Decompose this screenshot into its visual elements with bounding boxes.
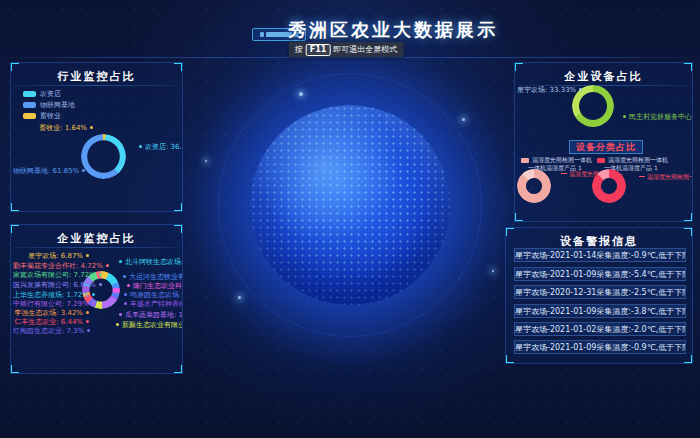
toast-prefix: 按	[295, 44, 303, 55]
panel-device-alerts: 设备警报信息 星宇农场-2021-01-14采集温度:-0.9℃,低于下限:0℃…	[505, 227, 693, 364]
legend-swatch	[23, 113, 36, 119]
f11-key-badge: F11	[306, 44, 331, 56]
device-donut-chart[interactable]	[572, 85, 614, 127]
panel-enterprise-device: 企业设备占比 星宇农场: 33.33% 民主村党群服务中心: 设备分类占比 温湿…	[514, 62, 693, 222]
donut-callout: 物联网基地: 61.85%	[13, 167, 83, 175]
corner-bracket	[10, 365, 19, 374]
alert-row: 星宇农场-2020-12-31采集温度:-2.5℃,低于下限:0℃	[514, 285, 686, 299]
corner-bracket	[505, 355, 514, 364]
legend-swatch	[23, 91, 36, 97]
corner-bracket	[684, 213, 693, 222]
legend-swatch	[23, 102, 36, 108]
sparkle-dot	[205, 160, 207, 162]
donut-callout: 仁丰生态农业: 6.44%	[13, 318, 89, 326]
legend-item[interactable]: 畜牧业	[23, 111, 61, 121]
alert-row: 星宇农场-2021-01-09采集温度:-5.4℃,低于下限:0℃	[514, 267, 686, 281]
alert-row: 星宇农场-2021-01-09采集温度:-3.8℃,低于下限:0℃	[514, 304, 686, 318]
category-left-donut-chart[interactable]	[517, 169, 551, 203]
corner-bracket	[10, 203, 19, 212]
donut-callout: 勤丰菊花专业合作社: 4.72%	[13, 262, 89, 270]
donut-callout: 瓜果蔬菜园基地: 15.02%	[119, 311, 183, 319]
sparkle-dot	[462, 118, 465, 121]
legend-item[interactable]: 物联网基地	[23, 100, 75, 110]
donut-callout: 中粮行有限公司: 7.29%	[13, 300, 89, 308]
logo-glyph	[260, 32, 264, 37]
panel-enterprise-monitor: 企业监控占比 星宇农场: 6.87% 勤丰菊花专业合作社: 4.72% 家庭农场…	[10, 224, 183, 374]
toast-suffix: 即可退出全屏模式	[333, 44, 397, 55]
donut-callout: 家庭农场有限公司: 7.72%	[13, 271, 89, 279]
donut-callout: 丰盛水产特种养殖场: 1.	[124, 300, 183, 308]
title-underline	[15, 85, 178, 86]
title-underline	[15, 247, 178, 248]
corner-bracket	[514, 213, 523, 222]
panel-title: 企业监控占比	[11, 231, 182, 246]
legend-item[interactable]: 农资店	[23, 89, 61, 99]
legend-swatch	[521, 158, 529, 163]
sparkle-dot	[299, 92, 303, 96]
donut-callout: 畜牧业: 1.64%	[19, 124, 93, 132]
panel-title: 企业设备占比	[515, 69, 692, 84]
donut-callout: 星宇农场: 33.33%	[517, 86, 567, 94]
donut-callout: 民主村党群服务中心:	[623, 113, 693, 121]
page-title: 秀洲区农业大数据展示	[288, 18, 498, 42]
device-category-subtitle: 设备分类占比	[569, 140, 643, 154]
corner-bracket	[174, 365, 183, 374]
legend-label: 物联网基地	[40, 100, 75, 110]
sparkle-dot	[238, 296, 241, 299]
donut-callout: 隆门生态农业科技有限公	[127, 282, 183, 290]
donut-callout: 温湿度光照检测一—	[639, 173, 693, 182]
industry-donut-chart[interactable]	[81, 134, 126, 179]
legend-label: 畜牧业	[40, 111, 61, 121]
donut-callout: 鸣雁园生态农场: 4.29	[124, 291, 183, 299]
sparkle-dot	[492, 270, 494, 272]
donut-callout: 红梅园生态农业: 7.3%	[13, 327, 89, 335]
globe	[250, 105, 450, 305]
corner-bracket	[174, 203, 183, 212]
dashboard-screen: 秀洲区农业大数据展示 按 F11 即可退出全屏模式 行业监控占比 农资店 物联网…	[0, 0, 700, 438]
fullscreen-exit-toast: 按 F11 即可退出全屏模式	[289, 42, 404, 57]
alert-row: 星宇农场-2021-01-09采集温度:-0.9℃,低于下限:0℃	[514, 340, 686, 354]
panel-industry-monitor: 行业监控占比 农资店 物联网基地 畜牧业 畜牧业: 1.64% 农资店: 36.…	[10, 62, 183, 212]
donut-callout: 大运河生态牧业有限责任公	[123, 273, 183, 281]
donut-callout: 李强生态农场: 3.42%	[13, 309, 89, 317]
legend-swatch	[597, 158, 605, 163]
alert-row: 星宇农场-2021-01-14采集温度:-0.9℃,低于下限:0℃	[514, 248, 686, 262]
alert-row: 星宇农场-2021-01-02采集温度:-2.0℃,低于下限:0℃	[514, 322, 686, 336]
donut-callout: 农资店: 36.57%	[139, 143, 183, 151]
panel-title: 行业监控占比	[11, 69, 182, 84]
donut-callout: 新颜生态农业有限公司: 6.87	[116, 321, 183, 329]
legend-label: 农资店	[40, 89, 61, 99]
donut-callout: 国兴发展有限公司: 6.87%	[13, 281, 89, 289]
donut-callout: 北斗阿牧生态农场: 11.56%	[119, 258, 183, 266]
corner-bracket	[684, 355, 693, 364]
donut-callout: 星宇农场: 6.87%	[13, 252, 89, 260]
donut-callout: 上华生态养殖场: 1.72%	[13, 291, 89, 299]
category-right-donut-chart[interactable]	[592, 169, 626, 203]
panel-title: 设备警报信息	[506, 234, 692, 249]
